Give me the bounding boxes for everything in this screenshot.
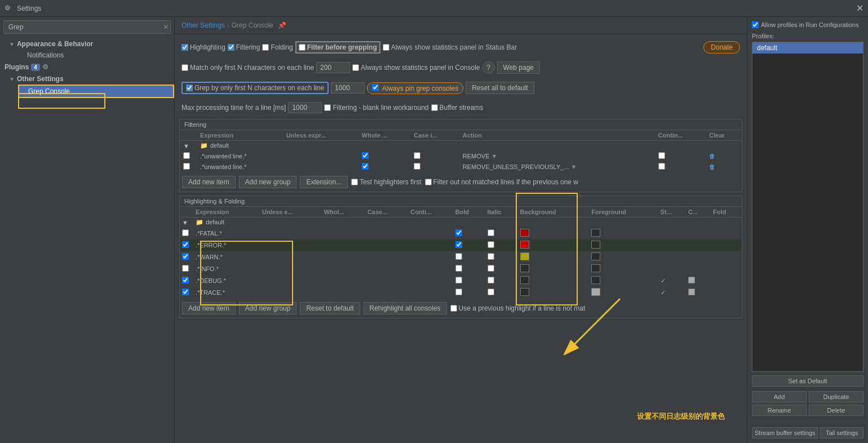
- filtering-blank-checkbox[interactable]: [324, 104, 331, 111]
- filter-out-label[interactable]: Filter out not matched lines if the prev…: [425, 178, 578, 186]
- error-fg[interactable]: [589, 240, 658, 251]
- always-pin-button[interactable]: Always pin grep consoles: [367, 82, 463, 94]
- highlighting-checkbox[interactable]: [181, 44, 188, 51]
- close-button[interactable]: ✕: [856, 3, 863, 14]
- fatal-bg[interactable]: [518, 228, 590, 240]
- filter-out-checkbox[interactable]: [425, 179, 432, 185]
- error-fg-color[interactable]: [591, 241, 600, 249]
- filter-before-grepping-label[interactable]: Filter before grepping: [295, 41, 380, 54]
- grep-first-n-label[interactable]: Grep by only first N characters on each …: [181, 82, 329, 94]
- test-highlighters-label[interactable]: Test highlighters first: [351, 178, 421, 186]
- fatal-bg-color[interactable]: [520, 229, 529, 237]
- fatal-bold[interactable]: [453, 228, 485, 240]
- error-italic[interactable]: [485, 240, 518, 251]
- trace-bold[interactable]: [453, 287, 485, 299]
- stream-buffer-button[interactable]: Stream buffer settings: [752, 427, 818, 438]
- match-first-n-label[interactable]: Match only first N characters on each li…: [181, 64, 314, 72]
- set-default-button[interactable]: Set as Default: [752, 375, 863, 387]
- trace-bg[interactable]: [518, 287, 590, 299]
- hl-reset-button[interactable]: Reset to default: [300, 302, 360, 314]
- trace-fg-color[interactable]: [591, 288, 600, 296]
- debug-italic[interactable]: [485, 275, 518, 287]
- fatal-italic[interactable]: [485, 228, 518, 240]
- buffer-streams-label[interactable]: Buffer streams: [431, 104, 484, 112]
- error-check[interactable]: [180, 240, 193, 251]
- debug-fg-color[interactable]: [591, 276, 600, 284]
- trace-italic[interactable]: [485, 287, 518, 299]
- sidebar-item-appearance[interactable]: ▼ Appearance & Behavior: [0, 38, 174, 50]
- sidebar-item-grep-console[interactable]: Grep Console: [18, 85, 174, 98]
- error-bg[interactable]: [518, 240, 590, 251]
- rename-button[interactable]: Rename: [752, 405, 807, 416]
- row-clear2[interactable]: 🗑: [706, 162, 742, 172]
- fatal-fg[interactable]: [589, 228, 658, 240]
- clear-search-button[interactable]: ✕: [163, 23, 169, 31]
- warn-check[interactable]: [180, 251, 193, 263]
- info-check[interactable]: [180, 263, 193, 275]
- grep-n-input[interactable]: [331, 82, 365, 94]
- buffer-streams-checkbox[interactable]: [431, 104, 438, 111]
- group-arrow[interactable]: ▼: [180, 141, 197, 151]
- breadcrumb-parent[interactable]: Other Settings: [181, 21, 225, 29]
- debug-bg[interactable]: [518, 275, 590, 287]
- warn-italic[interactable]: [485, 251, 518, 263]
- filtering-checkbox-label[interactable]: Filtering: [228, 43, 260, 51]
- gear-icon[interactable]: ⚙: [42, 63, 48, 71]
- hl-add-group-button[interactable]: Add new group: [239, 302, 297, 314]
- hl-rehighlight-button[interactable]: Rehighlight all consoles: [364, 302, 447, 314]
- debug-bold[interactable]: [453, 275, 485, 287]
- info-bg[interactable]: [518, 263, 590, 275]
- row-whole[interactable]: [358, 151, 410, 162]
- trace-c-color[interactable]: [688, 289, 695, 295]
- row-case[interactable]: [410, 151, 459, 162]
- row-case2[interactable]: [410, 162, 459, 172]
- web-page-button[interactable]: Web page: [497, 61, 541, 74]
- grep-first-n-checkbox[interactable]: [186, 85, 193, 91]
- info-fg-color[interactable]: [591, 264, 600, 272]
- row-cont[interactable]: [655, 151, 706, 162]
- row-whole2[interactable]: [358, 162, 410, 172]
- reset-all-button[interactable]: Reset all to default: [466, 82, 534, 94]
- sidebar-notifications-item[interactable]: Notifications: [18, 50, 174, 61]
- warn-bg-color[interactable]: [520, 252, 529, 260]
- info-bold[interactable]: [453, 263, 485, 275]
- always-show-console-label[interactable]: Always show statistics panel in Console: [352, 64, 480, 72]
- max-processing-input[interactable]: [288, 102, 322, 113]
- test-highlighters-checkbox[interactable]: [351, 179, 358, 185]
- allow-profiles-checkbox[interactable]: [752, 21, 759, 28]
- filter-extension-button[interactable]: Extension...: [300, 176, 348, 188]
- always-show-stats-bar-label[interactable]: Always show statistics panel in Status B…: [383, 43, 517, 51]
- match-n-input[interactable]: [316, 62, 350, 73]
- warn-bold[interactable]: [453, 251, 485, 263]
- tail-settings-button[interactable]: Tail settings: [820, 427, 863, 438]
- delete-button[interactable]: Delete: [809, 405, 863, 416]
- add-button[interactable]: Add: [752, 391, 807, 402]
- use-previous-checkbox[interactable]: [450, 305, 457, 312]
- help-button[interactable]: ?: [482, 61, 495, 74]
- search-input[interactable]: [3, 20, 171, 34]
- warn-bg[interactable]: [518, 251, 590, 263]
- trace-check[interactable]: [180, 287, 193, 299]
- folding-checkbox[interactable]: [262, 44, 269, 51]
- hl-add-item-button[interactable]: Add new item: [182, 302, 236, 314]
- row-check[interactable]: [180, 151, 197, 162]
- use-previous-label[interactable]: Use a previous highlight if a line is no…: [450, 304, 586, 312]
- sidebar-item-plugins[interactable]: Plugins 4 ⚙: [0, 61, 174, 73]
- filter-add-item-button[interactable]: Add new item: [182, 176, 236, 188]
- highlighting-checkbox-label[interactable]: Highlighting: [181, 43, 225, 51]
- filtering-blank-label[interactable]: Filtering - blank line workaround: [324, 104, 428, 112]
- debug-c-color[interactable]: [688, 277, 695, 283]
- debug-check[interactable]: [180, 275, 193, 287]
- always-show-stats-bar-checkbox[interactable]: [383, 44, 389, 51]
- donate-button[interactable]: Donate: [703, 41, 740, 54]
- warn-fg-color[interactable]: [591, 252, 600, 260]
- fatal-fg-color[interactable]: [591, 229, 600, 237]
- debug-bg-color[interactable]: [520, 276, 529, 284]
- debug-fg[interactable]: [589, 275, 658, 287]
- always-pin-checkbox[interactable]: [372, 84, 379, 91]
- row-check2[interactable]: [180, 162, 197, 172]
- info-bg-color[interactable]: [520, 264, 529, 272]
- match-first-n-checkbox[interactable]: [181, 64, 188, 71]
- error-bold[interactable]: [453, 240, 485, 251]
- filter-before-grepping-checkbox[interactable]: [299, 44, 305, 51]
